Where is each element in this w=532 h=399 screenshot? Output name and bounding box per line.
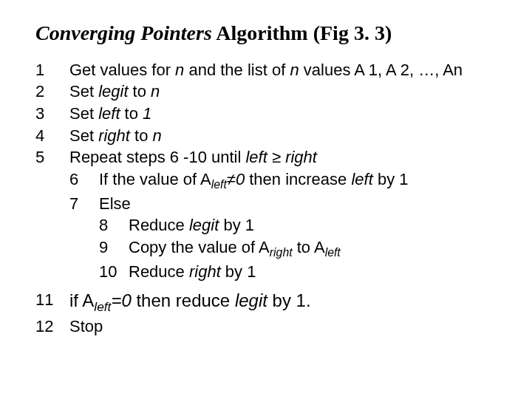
step-num: 10 [99,261,129,283]
t: Reduce [129,262,189,281]
var-right: right [98,126,130,145]
sub-right: right [270,247,293,259]
t: If the value of A [99,170,211,188]
step-num: 7 [69,193,99,215]
var-right: right [189,262,221,281]
page-title: Converging Pointers Algorithm (Fig 3. 3) [35,21,502,46]
t: values A 1, A 2, …, An [299,61,463,79]
var-n: n [290,61,299,79]
step-10: 10 Reduce right by 1 [35,261,502,283]
step-4: 4 Set right to n [35,125,502,147]
step-text: Set left to 1 [69,103,502,125]
t: by 1. [267,290,311,310]
t: then increase [245,170,351,188]
step-11: 11 if Aleft=0 then reduce legit by 1. [35,289,502,316]
op-ge: ≥ [267,148,285,166]
t: Stop [69,317,103,335]
slide: Converging Pointers Algorithm (Fig 3. 3)… [0,0,532,399]
t: Else [99,194,131,213]
t: then reduce [132,290,235,310]
t: and the list of [184,61,290,79]
t: to A [293,238,325,256]
step-8: 8 Reduce legit by 1 [35,214,502,236]
t: to [130,126,153,145]
title-emph: Converging Pointers [35,21,212,44]
val-zero: 0 [236,170,245,188]
t: Set [69,104,98,123]
step-text: Set right to n [69,125,502,147]
step-num: 2 [35,81,69,103]
step-5: 5 Repeat steps 6 -10 until left ≥ right [35,146,502,168]
sub-left: left [211,178,227,191]
t: Set [69,126,98,145]
step-3: 3 Set left to 1 [35,103,502,125]
step-1: 1 Get values for n and the list of n val… [35,59,502,81]
t: Get values for [69,61,175,79]
t: if A [69,290,94,310]
step-num: 9 [99,236,129,259]
step-2: 2 Set legit to n [35,81,502,103]
val: 1 [143,104,151,123]
step-num: 4 [35,125,69,147]
step-text: Copy the value of Aright to Aleft [129,236,502,261]
sub-left: left [325,247,341,259]
step-num: 12 [35,316,69,338]
step-12: 12 Stop [35,316,502,338]
var-legit: legit [98,82,128,100]
var-left: left [245,148,267,166]
step-7: 7 Else [35,193,502,215]
title-rest: Algorithm (Fig 3. 3) [212,21,392,44]
t: Reduce [129,216,189,234]
var-legit: legit [235,290,267,310]
t: by 1 [219,216,254,234]
op-eq: = [111,290,121,310]
step-6: 6 If the value of Aleft≠0 then increase … [35,168,502,193]
step-num: 8 [99,214,129,236]
t: by 1 [221,262,256,281]
step-text: Else [99,193,502,215]
val-zero: 0 [121,290,131,310]
algorithm-body: 1 Get values for n and the list of n val… [35,59,502,338]
var-n: n [151,82,160,100]
step-text: Set legit to n [69,81,502,103]
step-text: Reduce right by 1 [129,261,502,283]
var-n: n [175,61,184,79]
step-num: 6 [69,168,99,191]
step-text: Repeat steps 6 -10 until left ≥ right [69,146,502,168]
var-n: n [153,126,162,145]
step-9: 9 Copy the value of Aright to Aleft [35,236,502,261]
step-text: if Aleft=0 then reduce legit by 1. [69,289,502,316]
step-num: 11 [35,289,69,311]
step-text: Stop [69,316,502,338]
var-right: right [285,148,317,166]
var-legit: legit [189,216,219,234]
step-text: If the value of Aleft≠0 then increase le… [99,168,502,193]
step-text: Get values for n and the list of n value… [69,59,502,81]
t: by 1 [373,170,409,188]
step-text: Reduce legit by 1 [129,214,502,236]
var-left: left [351,170,372,188]
var-left: left [98,104,120,123]
op-neq: ≠ [227,170,236,188]
t: Set [69,82,98,100]
step-num: 3 [35,103,69,125]
step-num: 1 [35,59,69,81]
t: to [120,104,143,123]
step-num: 5 [35,146,69,168]
t: to [129,82,151,100]
sub-left: left [94,299,111,313]
t: Copy the value of A [129,238,270,256]
t: Repeat steps 6 -10 until [69,148,245,166]
